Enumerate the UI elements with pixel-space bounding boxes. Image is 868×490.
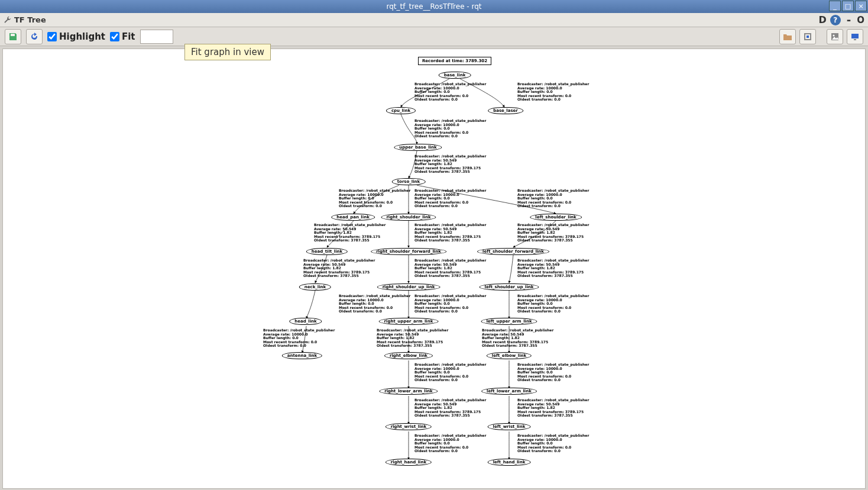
node-right-hand-link[interactable]: right_hand_link <box>386 459 432 466</box>
node-cpu-link[interactable]: cpu_link <box>386 107 416 114</box>
save-button[interactable] <box>5 29 21 44</box>
edge-rwrist-rhand: Broadcaster: /robot_state_publisher Aver… <box>414 434 486 453</box>
edge-torso-lshoulder: Broadcaster: /robot_state_publisher Aver… <box>517 189 589 208</box>
panel-minus[interactable]: - <box>844 14 853 26</box>
node-left-lower-arm-link[interactable]: left_lower_arm_link <box>481 388 537 395</box>
node-right-elbow-link[interactable]: right_elbow_link <box>384 352 433 359</box>
export-icon <box>803 32 812 41</box>
recorded-time-box: Recorded at time: 3789.302 <box>418 57 491 65</box>
fit-checkbox[interactable]: Fit <box>110 31 135 42</box>
node-right-lower-arm-link[interactable]: right_lower_arm_link <box>379 388 438 395</box>
node-antenna-link[interactable]: antenna_link <box>282 352 322 359</box>
monitor-icon <box>850 32 860 41</box>
edge-rfwd-rup: Broadcaster: /robot_state_publisher Aver… <box>414 259 486 278</box>
image-icon <box>830 32 840 41</box>
edge-relbow-rlower: Broadcaster: /robot_state_publisher Aver… <box>414 363 486 382</box>
node-right-wrist-link[interactable]: right_wrist_link <box>386 423 432 430</box>
svg-point-1 <box>833 34 835 36</box>
open-icon <box>783 32 792 41</box>
node-left-shoulder-link[interactable]: left_shoulder_link <box>530 214 582 221</box>
edge-lshoulder-fwd: Broadcaster: /robot_state_publisher Aver… <box>517 223 589 243</box>
panel-detach[interactable]: O <box>857 15 864 25</box>
node-torso-link[interactable]: torso_link <box>392 178 426 185</box>
node-right-upper-arm-link[interactable]: right_upper_arm_link <box>379 318 439 325</box>
svg-rect-3 <box>854 39 856 40</box>
export-button[interactable] <box>799 29 816 44</box>
node-left-elbow-link[interactable]: left_elbow_link <box>487 352 532 359</box>
node-left-hand-link[interactable]: left_hand_link <box>488 459 531 466</box>
fit-tooltip: Fit graph in view <box>184 44 271 60</box>
edge-torso-headpan: Broadcaster: /robot_state_publisher Aver… <box>339 189 410 208</box>
edge-upper-torso: Broadcaster: /robot_state_publisher Aver… <box>414 154 486 174</box>
node-base-link[interactable]: base_link <box>439 72 471 79</box>
disk-icon <box>8 32 18 41</box>
minimize-icon[interactable]: _ <box>829 1 841 11</box>
edge-base-laser: Broadcaster: /robot_state_publisher Aver… <box>517 82 589 102</box>
node-base-laser[interactable]: base_laser <box>488 107 523 114</box>
edge-torso-rshoulder: Broadcaster: /robot_state_publisher Aver… <box>414 189 486 208</box>
maximize-icon[interactable]: □ <box>842 1 854 11</box>
highlight-input[interactable] <box>47 32 57 41</box>
panel-title: TF Tree <box>14 15 46 24</box>
node-left-shoulder-forward-link[interactable]: left_shoulder_forward_link <box>477 248 549 255</box>
edge-headpan-headtilt: Broadcaster: /robot_state_publisher Aver… <box>314 223 386 243</box>
edge-rshoulder-fwd: Broadcaster: /robot_state_publisher Aver… <box>414 223 486 243</box>
highlight-label: Highlight <box>59 31 105 42</box>
screenshot-button[interactable] <box>847 29 863 44</box>
node-left-shoulder-up-link[interactable]: left_shoulder_up_link <box>479 283 539 291</box>
node-head-link[interactable]: head_link <box>289 318 322 325</box>
edge-lup-lupperarm: Broadcaster: /robot_state_publisher Aver… <box>517 294 589 314</box>
node-right-shoulder-forward-link[interactable]: right_shoulder_forward_link <box>371 248 446 255</box>
edge-rup-rupperarm: Broadcaster: /robot_state_publisher Aver… <box>414 294 486 314</box>
refresh-button[interactable] <box>26 29 43 44</box>
node-neck-link[interactable]: neck_link <box>299 283 331 291</box>
graph-canvas[interactable]: Recorded at time: 3789.302 base_link cpu… <box>2 49 866 489</box>
close-icon[interactable]: × <box>855 1 867 11</box>
node-left-wrist-link[interactable]: left_wrist_link <box>488 423 531 430</box>
help-icon[interactable]: ? <box>830 15 841 25</box>
node-upper-base-link[interactable]: upper_base_link <box>394 144 442 151</box>
highlight-checkbox[interactable]: Highlight <box>47 31 105 42</box>
node-left-upper-arm-link[interactable]: left_upper_arm_link <box>481 318 537 325</box>
node-head-tilt-link[interactable]: head_tilt_link <box>306 248 348 255</box>
edge-neck-head: Broadcaster: /robot_state_publisher Aver… <box>339 294 410 314</box>
d-label[interactable]: D <box>818 14 826 25</box>
edge-rlower-rwrist: Broadcaster: /robot_state_publisher Aver… <box>414 398 486 418</box>
load-button[interactable] <box>779 29 796 44</box>
fit-label: Fit <box>122 31 135 42</box>
edge-headtilt-neck: Broadcaster: /robot_state_publisher Aver… <box>303 259 375 278</box>
toolbar: Highlight Fit Fit graph in view <box>0 27 868 46</box>
node-right-shoulder-up-link[interactable]: right_shoulder_up_link <box>377 283 441 291</box>
svg-rect-2 <box>851 34 859 38</box>
fit-input[interactable] <box>110 32 119 41</box>
edge-head-antenna: Broadcaster: /robot_state_publisher Aver… <box>263 328 335 348</box>
edge-llower-lwrist: Broadcaster: /robot_state_publisher Aver… <box>517 398 589 418</box>
edge-lupperarm-lelbow: Broadcaster: /robot_state_publisher Aver… <box>482 328 553 348</box>
refresh-icon <box>30 32 39 41</box>
wrench-icon <box>4 16 12 24</box>
edge-cpu-upper: Broadcaster: /robot_state_publisher Aver… <box>414 119 486 138</box>
node-right-shoulder-link[interactable]: right_shoulder_link <box>381 214 436 221</box>
window-titlebar: rqt_tf_tree__RosTfTree - rqt _ □ × <box>0 0 868 13</box>
image-button[interactable] <box>827 29 843 44</box>
edge-lfwd-lup: Broadcaster: /robot_state_publisher Aver… <box>517 259 589 278</box>
edge-rupperarm-relbow: Broadcaster: /robot_state_publisher Aver… <box>377 328 448 348</box>
edge-lelbow-llower: Broadcaster: /robot_state_publisher Aver… <box>517 363 589 382</box>
panel-header: TF Tree D ? - O <box>0 13 868 27</box>
search-input[interactable] <box>140 30 173 44</box>
node-head-pan-link[interactable]: head_pan_link <box>331 214 375 221</box>
window-title: rqt_tf_tree__RosTfTree - rqt <box>386 2 481 11</box>
edge-lwrist-lhand: Broadcaster: /robot_state_publisher Aver… <box>517 434 589 453</box>
edge-base-cpu: Broadcaster: /robot_state_publisher Aver… <box>414 82 486 102</box>
